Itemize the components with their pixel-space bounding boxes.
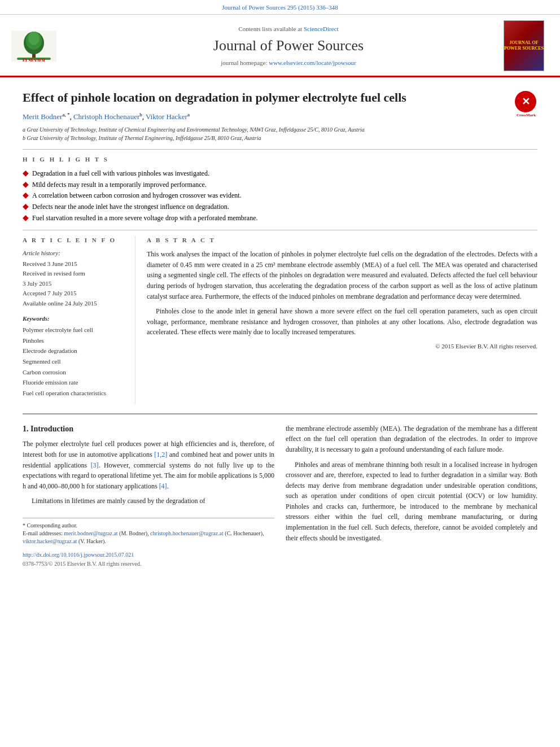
highlights-list: ◆ Degradation in a fuel cell with variou…	[23, 169, 537, 223]
citation-text: Journal of Power Sources 295 (2015) 336–…	[222, 4, 338, 11]
homepage-text: journal homepage:	[221, 59, 269, 66]
article-info-column: A R T I C L E I N F O Article history: R…	[23, 236, 135, 404]
affiliations: a Graz University of Technology, Institu…	[23, 125, 537, 142]
journal-header: ELSEVIER Contents lists available at Sci…	[0, 15, 560, 77]
bullet-icon: ◆	[23, 169, 29, 177]
abstract-title: A B S T R A C T	[147, 236, 537, 244]
paper-body: ✕ CrossMark Effect of pinhole location o…	[0, 77, 560, 579]
bullet-icon: ◆	[23, 180, 29, 189]
email-3-name: (V. Hacker).	[78, 538, 106, 544]
article-info-title: A R T I C L E I N F O	[23, 236, 126, 244]
highlight-text: Degradation in a fuel cell with various …	[32, 169, 209, 178]
main-divider	[23, 413, 537, 414]
article-history-group: Article history: Received 3 June 2015 Re…	[23, 249, 126, 308]
keywords-group: Keywords: Polymer electrolyte fuel cell …	[23, 314, 126, 399]
affil-b: b	[139, 112, 142, 117]
list-item: ◆ Degradation in a fuel cell with variou…	[23, 169, 537, 178]
abstract-text: This work analyses the impact of the loc…	[147, 249, 537, 338]
abstract-copyright: © 2015 Elsevier B.V. All rights reserved…	[147, 342, 537, 351]
svg-point-4	[28, 32, 40, 45]
contents-line: Contents lists available at ScienceDirec…	[73, 25, 504, 33]
highlight-text: Defects near the anode inlet have the st…	[32, 202, 229, 212]
affil-a: a, *	[62, 112, 69, 117]
footnote-section: * Corresponding author. E-mail addresses…	[23, 518, 274, 568]
journal-cover-container: JOURNAL OF POWER SOURCES	[504, 20, 549, 71]
abstract-p2: Pinholes close to the anode inlet in gen…	[147, 306, 537, 338]
email-label: E-mail addresses:	[23, 530, 64, 536]
section-number: 1.	[23, 425, 30, 433]
abstract-column: A B S T R A C T This work analyses the i…	[147, 236, 537, 404]
intro-heading: 1. Introduction	[23, 423, 274, 435]
list-item: ◆ Fuel starvation resulted in a more sev…	[23, 213, 537, 223]
authors-line: Merit Bodnera, *, Christoph Hochenauerb,…	[23, 111, 537, 123]
homepage-link[interactable]: www.elsevier.com/locate/jpowsour	[269, 59, 356, 66]
author-bodner[interactable]: Merit Bodner	[23, 112, 62, 121]
intro-right-p2: Pinholes and areas of membrane thinning …	[286, 460, 537, 544]
journal-cover: JOURNAL OF POWER SOURCES	[504, 20, 544, 71]
affiliation-a: a Graz University of Technology, Institu…	[23, 125, 537, 134]
bullet-icon: ◆	[23, 202, 29, 211]
highlights-divider	[23, 149, 537, 150]
intro-body-right: the membrane electrode assembly (MEA). T…	[286, 423, 537, 544]
section-title-text: Introduction	[30, 425, 73, 433]
keyword-item: Segmented cell	[23, 356, 126, 367]
footer-copyright: 0378-7753/© 2015 Elsevier B.V. All right…	[23, 560, 274, 568]
ref-3[interactable]: [3]	[91, 461, 99, 469]
crossmark-label: CrossMark	[515, 113, 537, 119]
revised-date: 3 July 2015	[23, 279, 126, 289]
crossmark-badge: ✕ CrossMark	[515, 91, 537, 113]
abstract-p1: This work analyses the impact of the loc…	[147, 249, 537, 302]
crossmark-x-icon: ✕	[522, 95, 530, 109]
corresponding-label: * Corresponding author.	[23, 522, 274, 530]
introduction-section: 1. Introduction The polymer electrolyte …	[23, 423, 537, 568]
citation-bar: Journal of Power Sources 295 (2015) 336–…	[0, 0, 560, 15]
svg-text:ELSEVIER: ELSEVIER	[23, 58, 46, 62]
keywords-label: Keywords:	[23, 314, 126, 323]
article-title: Effect of pinhole location on degradatio…	[23, 90, 446, 106]
bullet-icon: ◆	[23, 213, 29, 222]
highlights-title: H I G H L I G H T S	[23, 155, 537, 164]
received-revised-label: Received in revised form	[23, 269, 126, 279]
elsevier-logo-container: ELSEVIER	[11, 30, 73, 62]
highlight-text: A correlation between carbon corrosion a…	[32, 191, 242, 200]
journal-cover-text: JOURNAL OF POWER SOURCES	[504, 40, 544, 52]
author-hacker[interactable]: Viktor Hacker	[146, 112, 187, 121]
list-item: ◆ A correlation between carbon corrosion…	[23, 191, 537, 200]
email-1[interactable]: merit.bodner@tugraz.at	[64, 530, 117, 536]
intro-right-column: the membrane electrode assembly (MEA). T…	[286, 423, 537, 568]
journal-title: Journal of Power Sources	[73, 36, 504, 56]
intro-left-column: 1. Introduction The polymer electrolyte …	[23, 423, 274, 568]
bullet-icon: ◆	[23, 191, 29, 199]
author-hochenauer[interactable]: Christoph Hochenauer	[73, 112, 139, 121]
accepted-date: Accepted 7 July 2015	[23, 289, 126, 299]
contents-text: Contents lists available at	[238, 25, 303, 32]
email-line: E-mail addresses: merit.bodner@tugraz.at…	[23, 530, 274, 545]
keyword-item: Polymer electrolyte fuel cell	[23, 325, 126, 335]
crossmark-circle: ✕	[515, 91, 536, 112]
email-2-name: (C. Hochenauer),	[225, 530, 264, 536]
journal-header-center: Contents lists available at ScienceDirec…	[73, 25, 504, 67]
article-dates: Received 3 June 2015 Received in revised…	[23, 259, 126, 309]
sciencedirect-link[interactable]: ScienceDirect	[304, 25, 339, 32]
email-3[interactable]: viktor.hacker@tugraz.at	[23, 538, 77, 544]
affiliation-b: b Graz University of Technology, Institu…	[23, 134, 537, 142]
list-item: ◆ Mild defects may result in a temporari…	[23, 180, 537, 190]
ref-4[interactable]: [4]	[159, 482, 167, 490]
doi-link-container: http://dx.doi.org/10.1016/j.jpowsour.201…	[23, 551, 274, 559]
intro-p1: The polymer electrolyte fuel cell produc…	[23, 439, 274, 491]
keyword-item: Electrode degradation	[23, 346, 126, 356]
email-2[interactable]: christoph.hochenauer@tugraz.at	[150, 530, 224, 536]
history-label: Article history:	[23, 249, 126, 257]
highlights-section: H I G H L I G H T S ◆ Degradation in a f…	[23, 155, 537, 222]
affil-a2: a	[187, 112, 190, 117]
elsevier-logo: ELSEVIER	[11, 30, 73, 62]
highlight-text: Fuel starvation resulted in a more sever…	[32, 213, 258, 223]
list-item: ◆ Defects near the anode inlet have the …	[23, 202, 537, 212]
doi-link[interactable]: http://dx.doi.org/10.1016/j.jpowsour.201…	[23, 552, 134, 558]
ref-1-2[interactable]: [1,2]	[154, 451, 167, 458]
available-date: Available online 24 July 2015	[23, 299, 126, 309]
elsevier-tree-icon: ELSEVIER	[11, 30, 56, 62]
two-col-section: A R T I C L E I N F O Article history: R…	[23, 236, 537, 404]
intro-p2: Limitations in lifetimes are mainly caus…	[23, 496, 274, 506]
homepage-line: journal homepage: www.elsevier.com/locat…	[73, 59, 504, 67]
